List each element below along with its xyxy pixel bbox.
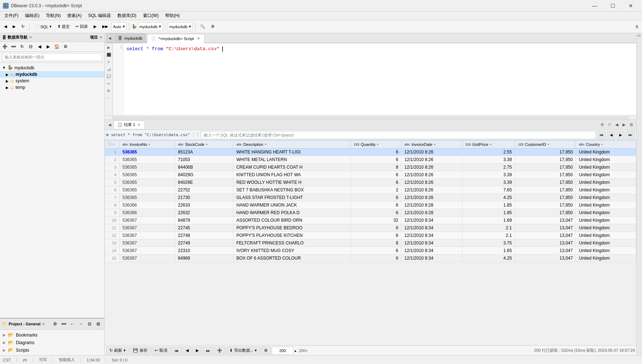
project-expand[interactable]: ⊞ [94, 320, 102, 328]
tree-item-temp[interactable]: ▶ 🗂 temp [0, 84, 104, 91]
table-row[interactable]: 853636622633HAND WARMER UNION JACK612/1/… [105, 202, 636, 209]
menu-edit[interactable]: 编辑(E) [22, 12, 42, 20]
results-tab-close[interactable]: ✕ [137, 123, 141, 127]
close-button[interactable]: ✕ [622, 1, 639, 11]
rollback-button[interactable]: ↩ 回滚 [73, 22, 90, 32]
project-collapse[interactable]: ⊟ [86, 320, 94, 328]
sidebar-nav-back-btn[interactable]: ◀ [35, 43, 43, 51]
nav-next-btn[interactable]: ▶ [193, 347, 202, 355]
editor-stop-btn[interactable]: ⬛ [105, 51, 112, 58]
table-row[interactable]: 253636571053WHITE METAL LANTERN612/1/201… [105, 156, 636, 164]
table-row[interactable]: 353636584406BCREAM CUPID HEARTS COAT H81… [105, 164, 636, 171]
desc-sort[interactable]: ▾ [265, 143, 267, 146]
nav-prev-btn[interactable]: ◀ [182, 347, 192, 355]
back-button[interactable]: ◀ [1, 22, 9, 32]
table-row[interactable]: 1453636722310IVORY KNITTED MUG COSY612/1… [105, 247, 636, 255]
results-nav-btn[interactable]: ◀ [106, 121, 113, 129]
table-row[interactable]: 1153636722745POPPY'S PLAYHOUSE BEDROO612… [105, 224, 636, 232]
invoiceno-sort[interactable]: ▾ [148, 143, 150, 146]
editor-settings2-btn[interactable]: ⚙ [105, 87, 112, 94]
col-header-quantity[interactable]: 123 Quantity ▾ [351, 140, 401, 148]
menu-search[interactable]: 搜索(A) [64, 12, 85, 20]
tab-nav-left[interactable]: ◀ [106, 33, 113, 43]
filter-nav-next[interactable]: ▶ [617, 131, 625, 139]
search-toolbar-button[interactable]: 🔍 [198, 22, 208, 32]
export-btn[interactable]: ⬇ 导出数据... ▾ [226, 347, 260, 355]
tree-item-system[interactable]: ▶ 🗂 system [0, 78, 104, 84]
auto-dropdown[interactable]: Auto ▾ [111, 22, 127, 31]
table-row[interactable]: 653636522752SET 7 BABUSHKA NESTING BOX21… [105, 186, 636, 194]
date-sort[interactable]: ▾ [434, 143, 436, 146]
editor-comment-btn[interactable]: 💬 [105, 73, 112, 79]
menu-sql-editor[interactable]: SQL 编辑器 [85, 12, 114, 20]
sidebar-add-btn[interactable]: ➕ [1, 43, 9, 51]
table-row[interactable]: 753636521730GLASS STAR FROSTED T-LIGHT61… [105, 194, 636, 202]
table-row[interactable]: 1053636784879ASSORTED COLOUR BIRD ORN321… [105, 217, 636, 224]
minimize-button[interactable]: — [586, 1, 603, 11]
rownum-checkbox[interactable]: ☐ [108, 142, 112, 147]
schema-dropdown[interactable]: myduckdb ▾ [168, 22, 193, 31]
stockcode-sort[interactable]: ▾ [206, 143, 208, 146]
save-btn[interactable]: 💾 保存 [130, 347, 151, 355]
table-row[interactable]: 153636585123AWHITE HANGING HEART T-LIGI6… [105, 148, 636, 156]
cancel-btn[interactable]: ↩ 取消 [151, 347, 171, 355]
table-row[interactable]: 453636584029GKNITTED UNION FLAG HOT WA61… [105, 171, 636, 179]
sidebar-nav-fwd-btn[interactable]: ▶ [44, 43, 52, 51]
col-header-description[interactable]: abc Description ▾ [233, 140, 351, 148]
add-row-btn[interactable]: ➕ [214, 347, 225, 355]
sidebar-refresh-btn[interactable]: ↻ [18, 43, 26, 51]
sql-button[interactable]: 📄 SQL ▾ [32, 22, 54, 32]
sidebar-search-input[interactable] [2, 53, 102, 61]
right-panel-label[interactable]: 5 [637, 33, 642, 38]
project-item-scripts[interactable]: ▶ 📂 Scripts [0, 346, 104, 354]
page-size-input[interactable] [272, 347, 293, 355]
submit-button[interactable]: ⬆ 提交 [55, 22, 72, 32]
project-item-diagrams[interactable]: ▶ 📂 Diagrams [0, 339, 104, 346]
results-tab-1[interactable]: 📋 结果 1 ✕ [113, 121, 145, 129]
table-row[interactable]: 1353636722749FELTCRAFT PRINCESS CHARLO81… [105, 239, 636, 247]
table-row[interactable]: 953636622632HAND WARMER RED POLKA D612/1… [105, 209, 636, 217]
project-nav-btn2[interactable]: ← [68, 320, 76, 328]
sidebar-minus-btn[interactable]: ➖ [9, 43, 17, 51]
price-sort[interactable]: ▾ [490, 143, 492, 146]
country-sort[interactable]: ▾ [601, 143, 603, 146]
tree-item-myduckdb-root[interactable]: ▼ 🦆 myduckdb [0, 64, 104, 71]
table-container[interactable]: ☐ = abc InvoiceNo ▾ [105, 140, 636, 345]
filter-nav-first[interactable]: ⏮ [597, 131, 606, 139]
execute-script-button[interactable]: ▶▶ [100, 22, 111, 32]
sidebar-nav-home-btn[interactable]: 🏠 [53, 43, 61, 51]
table-row[interactable]: 553636584029ERED WOOLLY HOTTIE WHITE H61… [105, 179, 636, 186]
project-item-bookmarks[interactable]: ▶ 📂 Bookmarks [0, 331, 104, 339]
sidebar-settings-btn[interactable]: ⚙ [61, 43, 69, 51]
forward-button[interactable]: ▶ [10, 22, 18, 32]
menu-file[interactable]: 文件(F) [1, 12, 21, 20]
sidebar-collapse-btn[interactable]: ⊟ [27, 43, 35, 51]
refresh-nav-button[interactable]: ↻ [19, 22, 27, 32]
db-nav-close[interactable]: ✕ [29, 35, 32, 39]
settings-button[interactable]: ⚙ [208, 22, 217, 32]
execute-button[interactable]: ▶ [91, 22, 99, 32]
filter-nav-last[interactable]: ⏭ [626, 131, 635, 139]
results-nav-fwd[interactable]: ▶ [620, 121, 628, 129]
filter-nav-prev[interactable]: ◀ [607, 131, 615, 139]
export-dropdown[interactable]: ▾ [255, 348, 257, 353]
right-panel-btn[interactable]: 5 [633, 22, 641, 32]
tab-myduckdb[interactable]: 🗄 myduckdb [114, 33, 146, 43]
editor-hscroll[interactable] [105, 116, 636, 120]
custid-sort[interactable]: ▾ [547, 143, 549, 146]
col-header-customerid[interactable]: 123 CustomerID ▾ [515, 140, 576, 148]
qty-sort[interactable]: ▾ [377, 143, 379, 146]
col-header-invoiceno[interactable]: abc InvoiceNo ▾ [120, 140, 175, 148]
maximize-button[interactable]: ☐ [604, 1, 621, 11]
editor-run-btn[interactable]: ▶ [105, 44, 112, 51]
database-dropdown[interactable]: myduckdb ▾ [138, 22, 163, 31]
menu-window[interactable]: 窗口(W) [140, 12, 161, 20]
filter-input-field[interactable] [201, 131, 596, 139]
project-panel-close[interactable]: ✕ [42, 322, 45, 326]
hscroll-bar[interactable] [112, 116, 629, 119]
menu-navigate[interactable]: 导航(N) [43, 12, 64, 20]
results-expand[interactable]: ⊞ [628, 121, 635, 129]
table-row[interactable]: 1253636722748POPPY'S PLAYHOUSE KITCHEN61… [105, 232, 636, 239]
project-add-btn[interactable]: ⚙ [51, 320, 59, 328]
col-header-country[interactable]: abc Country ▾ [576, 140, 636, 148]
